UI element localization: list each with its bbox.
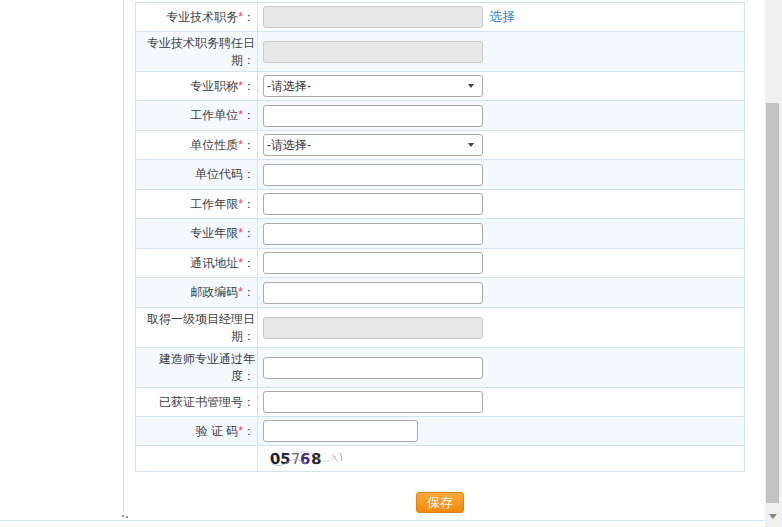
first-class-pm-date-input — [263, 317, 483, 339]
captcha-input[interactable] — [263, 420, 418, 442]
post-appointment-date-input — [263, 41, 483, 63]
page: 专业技术职务*： 选择 专业技术职务聘任日期： 专业职称*： -请选择- — [0, 0, 782, 527]
row-unit-code: 单位代码： — [136, 160, 744, 190]
unit-type-select-control[interactable]: -请选择- — [263, 134, 483, 156]
row-professional-title: 专业职称*： -请选择- — [136, 72, 744, 101]
certificate-number-input[interactable] — [263, 391, 483, 413]
professional-years-input[interactable] — [263, 223, 483, 245]
field-label: 专业年限*： — [190, 225, 255, 242]
row-postal-code: 邮政编码*： — [136, 278, 744, 308]
row-captcha: 验 证 码*： — [136, 417, 744, 446]
field-label: 已获证书管理号： — [159, 394, 255, 411]
field-label: 验 证 码*： — [196, 423, 255, 440]
row-professional-years: 专业年限*： — [136, 219, 744, 249]
field-label: 建造师专业通过年度： — [136, 351, 255, 385]
field-label: 专业技术职务聘任日期： — [136, 35, 255, 69]
mailing-address-input[interactable] — [263, 252, 483, 274]
field-label: 邮政编码*： — [190, 284, 255, 301]
field-label: 专业职称*： — [190, 78, 255, 95]
row-mailing-address: 通讯地址*： — [136, 249, 744, 278]
captcha-noise — [270, 448, 360, 470]
save-button-area: 保存 — [135, 492, 745, 513]
field-label: 工作年限*： — [190, 196, 255, 213]
registration-form-table: 专业技术职务*： 选择 专业技术职务聘任日期： 专业职称*： -请选择- — [135, 2, 745, 472]
row-first-class-pm-date: 取得一级项目经理日期： — [136, 308, 744, 348]
captcha-image[interactable]: 05768 — [270, 448, 360, 470]
row-certificate-number: 已获证书管理号： — [136, 388, 744, 417]
panel-left-border — [123, 0, 124, 513]
row-work-unit: 工作单位*： — [136, 101, 744, 131]
field-label: 单位代码： — [195, 166, 255, 183]
row-unit-type: 单位性质*： -请选择- — [136, 131, 744, 160]
choose-link[interactable]: 选择 — [489, 8, 515, 26]
row-professional-technical-post: 专业技术职务*： 选择 — [136, 3, 744, 32]
row-work-years: 工作年限*： — [136, 190, 744, 219]
postal-code-input[interactable] — [263, 282, 483, 304]
scrollbar-down-button[interactable] — [767, 511, 778, 521]
save-button[interactable]: 保存 — [416, 492, 464, 513]
unit-code-input[interactable] — [263, 164, 483, 186]
field-label: 通讯地址*： — [190, 255, 255, 272]
field-label: 工作单位*： — [190, 107, 255, 124]
field-label: 专业技术职务*： — [166, 9, 255, 26]
page-bottom-border — [0, 520, 764, 521]
qualification-pass-year-input[interactable] — [263, 357, 483, 379]
professional-technical-post-input — [263, 6, 483, 28]
row-post-appointment-date: 专业技术职务聘任日期： — [136, 32, 744, 72]
professional-title-select-control[interactable]: -请选择- — [263, 75, 483, 97]
arrow-down-icon — [769, 514, 777, 519]
work-years-input[interactable] — [263, 193, 483, 215]
field-label: 取得一级项目经理日期： — [136, 311, 255, 345]
field-label: 单位性质*： — [190, 137, 255, 154]
vertical-scrollbar-thumb[interactable] — [766, 103, 779, 503]
work-unit-input[interactable] — [263, 105, 483, 127]
row-qualification-pass-year: 建造师专业通过年度： — [136, 348, 744, 388]
unit-type-select[interactable]: -请选择- — [263, 134, 483, 156]
row-captcha-image: 05768 — [136, 446, 744, 471]
professional-title-select[interactable]: -请选择- — [263, 75, 483, 97]
resize-dots — [122, 515, 124, 517]
